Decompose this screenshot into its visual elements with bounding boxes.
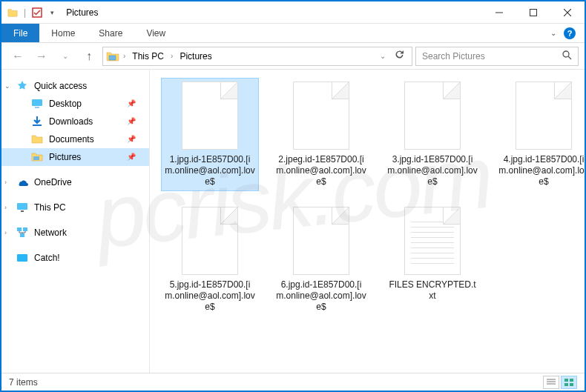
navbar: ← → ⌄ ↑ › This PC › Pictures ⌄ Search Pi…: [1, 43, 585, 70]
pin-icon: 📌: [127, 97, 136, 110]
chevron-right-icon[interactable]: ›: [4, 201, 7, 214]
svg-rect-16: [20, 233, 24, 237]
file-item[interactable]: 1.jpg.id-1E857D00.[im.online@aol.com].lo…: [162, 79, 258, 190]
sidebar-item-downloads[interactable]: Downloads 📌: [1, 113, 149, 130]
properties-icon[interactable]: [32, 7, 42, 18]
chevron-right-icon[interactable]: ›: [4, 176, 7, 189]
sidebar-quick-access[interactable]: ⌄ Quick access: [1, 77, 149, 95]
file-name: 6.jpg.id-1E857D00.[im.online@aol.com].lo…: [276, 279, 366, 313]
back-button[interactable]: ←: [7, 46, 28, 67]
svg-rect-13: [21, 210, 24, 212]
sidebar-network[interactable]: › Network: [1, 224, 149, 242]
svg-rect-2: [530, 9, 537, 16]
desktop-icon: [31, 98, 43, 110]
pc-icon: [16, 202, 28, 213]
file-item[interactable]: FILES ENCRYPTED.txt: [384, 204, 481, 316]
file-item[interactable]: 5.jpg.id-1E857D00.[im.online@aol.com].lo…: [162, 204, 258, 316]
svg-rect-24: [570, 383, 573, 386]
star-icon: [16, 80, 28, 92]
chevron-right-icon[interactable]: ›: [123, 52, 125, 60]
sidebar-item-label: Downloads: [49, 115, 93, 128]
file-item[interactable]: 4.jpg.id-1E857D00.[im.online@aol.com].lo…: [496, 79, 585, 190]
close-button[interactable]: [550, 1, 585, 24]
minimize-button[interactable]: [482, 1, 516, 24]
sidebar-item-label: Quick access: [34, 79, 87, 93]
qat-dropdown-icon[interactable]: ▾: [47, 7, 57, 18]
network-icon: [16, 227, 28, 239]
breadcrumb-root[interactable]: This PC: [129, 50, 167, 63]
forward-button[interactable]: →: [31, 46, 52, 67]
svg-rect-17: [17, 254, 27, 262]
sidebar-item-label: This PC: [34, 201, 66, 214]
sidebar-item-label: OneDrive: [34, 176, 72, 189]
onedrive-icon: [16, 176, 28, 188]
file-name: FILES ENCRYPTED.txt: [387, 279, 478, 302]
generic-file-icon: [516, 82, 572, 150]
icons-view-button[interactable]: [561, 376, 577, 389]
sidebar-item-pictures[interactable]: Pictures 📌: [1, 148, 149, 166]
downloads-icon: [31, 116, 43, 127]
breadcrumb-current[interactable]: Pictures: [177, 50, 214, 63]
generic-file-icon: [293, 82, 349, 150]
svg-rect-9: [35, 107, 39, 108]
svg-point-6: [563, 51, 569, 57]
file-name: 1.jpg.id-1E857D00.[im.online@aol.com].lo…: [165, 154, 255, 187]
generic-file-icon: [182, 82, 238, 150]
search-input[interactable]: Search Pictures: [415, 47, 579, 66]
tab-file[interactable]: File: [1, 24, 39, 42]
folder-icon: [7, 7, 18, 18]
file-pane[interactable]: 1.jpg.id-1E857D00.[im.online@aol.com].lo…: [150, 70, 585, 373]
titlebar: | ▾ Pictures: [1, 1, 585, 24]
generic-file-icon: [404, 82, 461, 150]
sidebar-onedrive[interactable]: › OneDrive: [1, 173, 149, 191]
svg-rect-11: [33, 156, 39, 160]
svg-rect-10: [33, 124, 42, 126]
svg-rect-21: [564, 379, 568, 382]
tab-share[interactable]: Share: [87, 24, 134, 42]
chevron-down-icon[interactable]: ⌄: [380, 52, 386, 60]
sidebar-item-label: Desktop: [49, 97, 82, 110]
sidebar-catch[interactable]: Catch!: [1, 249, 149, 267]
svg-rect-15: [23, 227, 27, 231]
file-item[interactable]: 3.jpg.id-1E857D00.[im.online@aol.com].lo…: [384, 79, 481, 190]
breadcrumb[interactable]: › This PC › Pictures ⌄: [102, 47, 412, 66]
search-icon: [562, 50, 572, 62]
pin-icon: 📌: [127, 150, 136, 164]
sidebar-item-label: Documents: [49, 133, 94, 146]
file-name: 5.jpg.id-1E857D00.[im.online@aol.com].lo…: [165, 279, 255, 313]
sidebar-item-desktop[interactable]: Desktop 📌: [1, 95, 149, 113]
tab-view[interactable]: View: [134, 24, 177, 42]
item-count: 7 items: [9, 377, 38, 388]
sidebar-item-documents[interactable]: Documents 📌: [1, 130, 149, 148]
svg-rect-12: [17, 203, 27, 210]
svg-rect-14: [17, 227, 22, 231]
details-view-button[interactable]: [543, 376, 559, 389]
expand-ribbon-icon[interactable]: ⌄: [550, 29, 556, 37]
window-title: Pictures: [66, 7, 98, 18]
maximize-button[interactable]: [516, 1, 550, 24]
generic-file-icon: [182, 207, 238, 275]
file-name: 4.jpg.id-1E857D00.[im.online@aol.com].lo…: [498, 154, 585, 187]
sidebar-item-label: Pictures: [49, 150, 81, 164]
sidebar: ⌄ Quick access Desktop 📌 Downloads 📌 Doc…: [1, 70, 150, 373]
catch-icon: [16, 252, 28, 264]
up-button[interactable]: ↑: [79, 46, 99, 67]
search-placeholder: Search Pictures: [422, 51, 485, 62]
help-icon[interactable]: ?: [564, 27, 576, 39]
ribbon: File Home Share View ⌄ ?: [1, 24, 585, 43]
chevron-right-icon[interactable]: ›: [171, 52, 173, 60]
svg-rect-5: [109, 56, 116, 60]
file-item[interactable]: 6.jpg.id-1E857D00.[im.online@aol.com].lo…: [273, 204, 369, 316]
pictures-folder-icon: [31, 151, 43, 163]
svg-rect-22: [570, 379, 573, 382]
refresh-icon[interactable]: [394, 50, 404, 62]
sidebar-this-pc[interactable]: › This PC: [1, 199, 149, 216]
chevron-down-icon[interactable]: ⌄: [4, 79, 10, 93]
recent-dropdown[interactable]: ⌄: [55, 46, 76, 67]
chevron-right-icon[interactable]: ›: [4, 226, 7, 239]
sidebar-item-label: Network: [34, 226, 67, 239]
statusbar: 7 items: [1, 373, 585, 391]
tab-home[interactable]: Home: [39, 24, 87, 42]
file-item[interactable]: 2.jpeg.id-1E857D00.[im.online@aol.com].l…: [273, 79, 369, 190]
documents-icon: [31, 133, 43, 145]
